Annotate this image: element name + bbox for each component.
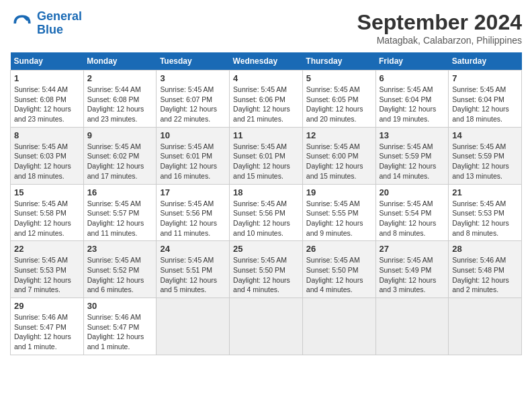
daylight-label: Daylight: 12 hours and 23 minutes. [14, 105, 71, 123]
calendar-cell: 16 Sunrise: 5:45 AM Sunset: 5:57 PM Dayl… [83, 184, 157, 241]
sunset-label: Sunset: 5:50 PM [306, 266, 359, 274]
daylight-label: Daylight: 12 hours and 11 minutes. [160, 219, 217, 237]
day-number: 14 [452, 130, 518, 140]
sunrise-label: Sunrise: 5:45 AM [233, 256, 287, 264]
header-wednesday: Wednesday [230, 52, 303, 71]
day-info: Sunrise: 5:45 AM Sunset: 5:54 PM Dayligh… [380, 199, 445, 238]
sunrise-label: Sunrise: 5:45 AM [380, 142, 433, 150]
calendar-cell: 19 Sunrise: 5:45 AM Sunset: 5:55 PM Dayl… [302, 184, 375, 241]
daylight-label: Daylight: 12 hours and 7 minutes. [14, 276, 71, 294]
sunrise-label: Sunrise: 5:45 AM [87, 199, 141, 208]
sunset-label: Sunset: 5:53 PM [452, 209, 504, 217]
calendar-cell [375, 298, 449, 355]
sunrise-label: Sunrise: 5:45 AM [452, 199, 506, 208]
calendar-cell: 1 Sunrise: 5:44 AM Sunset: 6:08 PM Dayli… [11, 71, 84, 128]
day-number: 29 [14, 301, 80, 311]
sunrise-label: Sunrise: 5:45 AM [87, 142, 141, 150]
calendar-cell [302, 298, 375, 355]
day-info: Sunrise: 5:45 AM Sunset: 5:52 PM Dayligh… [87, 255, 153, 295]
sunset-label: Sunset: 5:50 PM [233, 266, 285, 274]
daylight-label: Daylight: 12 hours and 13 minutes. [452, 162, 509, 180]
calendar-cell: 13 Sunrise: 5:45 AM Sunset: 5:59 PM Dayl… [375, 127, 449, 184]
daylight-label: Daylight: 12 hours and 8 minutes. [380, 219, 437, 237]
day-info: Sunrise: 5:45 AM Sunset: 5:53 PM Dayligh… [452, 199, 518, 238]
day-number: 21 [452, 187, 518, 197]
header-sunday: Sunday [11, 52, 84, 71]
sunrise-label: Sunrise: 5:45 AM [160, 199, 214, 208]
calendar-week-row: 8 Sunrise: 5:45 AM Sunset: 6:03 PM Dayli… [11, 127, 522, 184]
calendar-cell: 14 Sunrise: 5:45 AM Sunset: 5:59 PM Dayl… [449, 127, 522, 184]
calendar-table: Sunday Monday Tuesday Wednesday Thursday… [10, 52, 522, 355]
calendar-cell: 2 Sunrise: 5:44 AM Sunset: 6:08 PM Dayli… [83, 71, 157, 128]
sunrise-label: Sunrise: 5:45 AM [14, 142, 68, 150]
day-info: Sunrise: 5:45 AM Sunset: 5:50 PM Dayligh… [233, 255, 299, 295]
sunrise-label: Sunrise: 5:45 AM [380, 256, 433, 264]
calendar-cell: 26 Sunrise: 5:45 AM Sunset: 5:50 PM Dayl… [302, 241, 375, 298]
day-info: Sunrise: 5:45 AM Sunset: 5:50 PM Dayligh… [306, 255, 372, 295]
day-info: Sunrise: 5:45 AM Sunset: 5:51 PM Dayligh… [160, 255, 226, 295]
day-info: Sunrise: 5:45 AM Sunset: 5:49 PM Dayligh… [380, 255, 445, 295]
sunrise-label: Sunrise: 5:44 AM [14, 85, 68, 93]
daylight-label: Daylight: 12 hours and 17 minutes. [87, 162, 144, 180]
calendar-cell: 22 Sunrise: 5:45 AM Sunset: 5:53 PM Dayl… [11, 241, 84, 298]
header-friday: Friday [375, 52, 449, 71]
day-info: Sunrise: 5:45 AM Sunset: 6:07 PM Dayligh… [160, 85, 226, 124]
page-header: General Blue September 2024 Matagbak, Ca… [10, 10, 522, 46]
weekday-header-row: Sunday Monday Tuesday Wednesday Thursday… [11, 52, 522, 71]
sunset-label: Sunset: 5:54 PM [380, 209, 432, 217]
sunset-label: Sunset: 5:58 PM [14, 209, 66, 217]
day-info: Sunrise: 5:45 AM Sunset: 5:58 PM Dayligh… [14, 199, 80, 238]
day-number: 28 [452, 244, 518, 254]
day-info: Sunrise: 5:46 AM Sunset: 5:48 PM Dayligh… [452, 255, 518, 295]
calendar-cell: 17 Sunrise: 5:45 AM Sunset: 5:56 PM Dayl… [157, 184, 230, 241]
calendar-cell: 20 Sunrise: 5:45 AM Sunset: 5:54 PM Dayl… [375, 184, 449, 241]
day-number: 12 [306, 130, 372, 140]
sunrise-label: Sunrise: 5:45 AM [233, 85, 287, 93]
sunset-label: Sunset: 6:05 PM [306, 95, 359, 103]
day-number: 27 [380, 244, 445, 254]
day-info: Sunrise: 5:44 AM Sunset: 6:08 PM Dayligh… [87, 85, 153, 124]
day-number: 2 [87, 73, 153, 83]
day-number: 25 [233, 244, 299, 254]
day-number: 23 [87, 244, 153, 254]
sunrise-label: Sunrise: 5:45 AM [380, 85, 433, 93]
sunrise-label: Sunrise: 5:45 AM [233, 199, 287, 208]
daylight-label: Daylight: 12 hours and 15 minutes. [306, 162, 363, 180]
sunset-label: Sunset: 6:08 PM [87, 95, 140, 103]
sunset-label: Sunset: 5:47 PM [87, 323, 140, 331]
daylight-label: Daylight: 12 hours and 2 minutes. [452, 276, 509, 294]
sunset-label: Sunset: 6:07 PM [160, 95, 212, 103]
header-saturday: Saturday [449, 52, 522, 71]
sunrise-label: Sunrise: 5:45 AM [306, 142, 360, 150]
sunset-label: Sunset: 5:59 PM [452, 152, 504, 160]
day-number: 26 [306, 244, 372, 254]
calendar-cell [157, 298, 230, 355]
daylight-label: Daylight: 12 hours and 6 minutes. [87, 276, 144, 294]
calendar-cell: 25 Sunrise: 5:45 AM Sunset: 5:50 PM Dayl… [230, 241, 303, 298]
sunset-label: Sunset: 5:51 PM [160, 266, 212, 274]
daylight-label: Daylight: 12 hours and 21 minutes. [233, 105, 290, 123]
day-number: 11 [233, 130, 299, 140]
sunrise-label: Sunrise: 5:45 AM [160, 85, 214, 93]
sunset-label: Sunset: 6:00 PM [306, 152, 359, 160]
day-number: 20 [380, 187, 445, 197]
day-info: Sunrise: 5:45 AM Sunset: 5:57 PM Dayligh… [87, 199, 153, 238]
sunset-label: Sunset: 6:04 PM [380, 95, 432, 103]
sunrise-label: Sunrise: 5:45 AM [14, 199, 68, 208]
daylight-label: Daylight: 12 hours and 9 minutes. [306, 219, 363, 237]
sunset-label: Sunset: 5:53 PM [14, 266, 66, 274]
daylight-label: Daylight: 12 hours and 10 minutes. [233, 219, 290, 237]
sunset-label: Sunset: 5:59 PM [380, 152, 432, 160]
calendar-cell: 30 Sunrise: 5:46 AM Sunset: 5:47 PM Dayl… [83, 298, 157, 355]
day-number: 8 [14, 130, 80, 140]
sunset-label: Sunset: 6:02 PM [87, 152, 140, 160]
day-info: Sunrise: 5:44 AM Sunset: 6:08 PM Dayligh… [14, 85, 80, 124]
day-info: Sunrise: 5:45 AM Sunset: 6:05 PM Dayligh… [306, 85, 372, 124]
sunset-label: Sunset: 5:49 PM [380, 266, 432, 274]
day-info: Sunrise: 5:45 AM Sunset: 6:01 PM Dayligh… [233, 142, 299, 181]
logo-text: General Blue [37, 10, 82, 37]
day-number: 22 [14, 244, 80, 254]
sunrise-label: Sunrise: 5:45 AM [87, 256, 141, 264]
day-info: Sunrise: 5:45 AM Sunset: 6:02 PM Dayligh… [87, 142, 153, 181]
daylight-label: Daylight: 12 hours and 18 minutes. [452, 105, 509, 123]
